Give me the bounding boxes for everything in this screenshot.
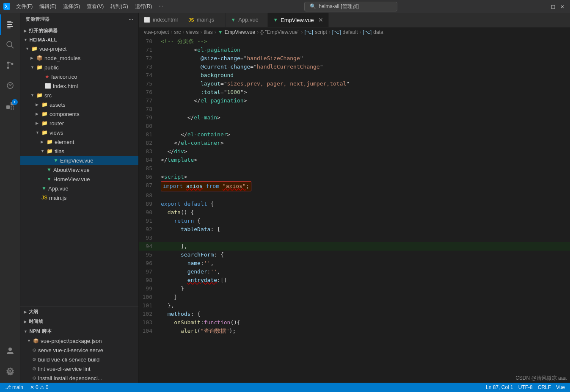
line-content[interactable]: </el-pagination> (159, 97, 570, 105)
line-content[interactable]: @size-change="handleSizeChange" (159, 54, 570, 63)
tree-item-homeview[interactable]: ▼ HomeView.vue (20, 174, 138, 184)
line-content[interactable]: name:'', (159, 259, 570, 268)
line-content[interactable]: tableData: [ (159, 225, 570, 234)
activity-source-control[interactable] (0, 55, 20, 75)
tree-item-main-js[interactable]: JS main.js (20, 193, 138, 202)
tree-item-index-html[interactable]: ⬜ index.html (20, 81, 138, 91)
bc-empview[interactable]: EmpView.vue (225, 29, 256, 35)
line-content[interactable]: </el-main> (159, 113, 570, 122)
menu-file[interactable]: 文件(F) (14, 2, 35, 11)
tab-close-button[interactable]: ✕ (318, 17, 323, 23)
status-errors[interactable]: ✕ 0 ⚠ 0 (28, 384, 50, 390)
bc-vue-project[interactable]: vue-project (144, 29, 169, 35)
tree-item-router[interactable]: ▶ 📁 router (20, 119, 138, 128)
line-content[interactable]: export default { (159, 200, 570, 208)
npm-script-lint[interactable]: ⚙ lint vue-cli-service lint (20, 364, 138, 373)
tree-item-public[interactable]: ▼ 📁 public (20, 63, 138, 72)
activity-settings[interactable] (0, 361, 20, 381)
tree-item-tlias[interactable]: ▼ 📁 tlias (20, 146, 138, 156)
bc-data[interactable]: data (373, 29, 383, 35)
minimize-button[interactable]: — (540, 2, 548, 11)
npm-script-install[interactable]: ⚙ install install dependenci... (20, 373, 138, 383)
tree-item-components[interactable]: ▶ 📁 components (20, 109, 138, 119)
status-branch[interactable]: ⎇ main (3, 384, 25, 390)
tab-index-html[interactable]: ⬜ index.html (139, 13, 183, 27)
status-language[interactable]: Vue (554, 384, 567, 390)
line-content[interactable] (159, 105, 570, 113)
tree-item-favicon[interactable]: ★ favicon.ico (20, 72, 138, 81)
line-content[interactable]: import axios from "axios"; (159, 181, 570, 191)
tree-item-vue-project[interactable]: ▼ 📁 vue-project (20, 44, 138, 53)
line-content[interactable]: background (159, 71, 570, 80)
line-content[interactable]: <!-- 分页条 --> (159, 37, 570, 46)
status-position[interactable]: Ln 87, Col 1 (484, 384, 515, 390)
line-content[interactable]: </div> (159, 147, 570, 156)
line-content[interactable]: </el-container> (159, 139, 570, 147)
more-icon[interactable]: ··· (129, 17, 133, 22)
status-line-ending[interactable]: CRLF (536, 384, 553, 390)
activity-explorer[interactable] (0, 14, 20, 35)
line-content[interactable] (159, 164, 570, 173)
outline-section[interactable]: ▶ 大纲 (20, 307, 138, 317)
activity-search[interactable] (0, 35, 20, 55)
line-content[interactable] (159, 122, 570, 130)
line-content[interactable]: <el-pagination (159, 46, 570, 54)
bc-default[interactable]: default (343, 29, 358, 35)
tree-item-assets[interactable]: ▶ 📁 assets (20, 100, 138, 109)
bc-script[interactable]: script (315, 29, 327, 35)
line-content[interactable]: methods: { (159, 310, 570, 318)
tab-main-js[interactable]: JS main.js (183, 13, 226, 27)
search-bar[interactable]: 🔍 heima-all [管理员] (304, 2, 397, 11)
menu-goto[interactable]: 转到(G) (108, 2, 130, 11)
line-content[interactable]: :total="1000"> (159, 88, 570, 97)
line-content[interactable]: alert("查询数据"); (159, 327, 570, 335)
line-content[interactable]: } (159, 293, 570, 301)
tree-item-src[interactable]: ▼ 📁 src (20, 91, 138, 100)
activity-account[interactable] (0, 340, 20, 361)
line-content[interactable]: }, (159, 301, 570, 310)
tree-item-empview[interactable]: ▼ EmpView.vue (20, 156, 138, 165)
tree-item-element[interactable]: ▶ 📁 element (20, 137, 138, 146)
open-editors-section[interactable]: ▶ 打开的编辑器 (20, 26, 138, 36)
line-content[interactable]: gender:'', (159, 268, 570, 276)
code-editor[interactable]: 70 <!-- 分页条 --> 71 <el-pagination 72 @si… (139, 37, 570, 383)
tab-app-vue[interactable]: ▼ App.vue (226, 13, 268, 27)
close-button[interactable]: ✕ (558, 2, 567, 11)
window-controls[interactable]: — □ ✕ (540, 2, 567, 11)
line-content[interactable] (159, 191, 570, 200)
line-content[interactable]: onSubmit:function(){ (159, 318, 570, 327)
tree-item-node-modules[interactable]: ▶ 📦 node_modules (20, 53, 138, 63)
line-content[interactable]: return { (159, 217, 570, 225)
line-content[interactable]: entrydate:[] (159, 276, 570, 284)
bc-tlias[interactable]: tlias (204, 29, 212, 35)
tree-item-views[interactable]: ▼ 📁 views (20, 128, 138, 137)
npm-script-serve[interactable]: ⚙ serve vue-cli-service serve (20, 345, 138, 355)
menu-select[interactable]: 选择(S) (61, 2, 83, 11)
line-content[interactable]: } (159, 284, 570, 293)
menu-more[interactable]: ··· (156, 2, 165, 11)
line-content[interactable]: searchForm: { (159, 251, 570, 259)
line-content[interactable]: data() { (159, 208, 570, 217)
line-content[interactable]: </el-container> (159, 130, 570, 139)
npm-section[interactable]: ▼ NPM 脚本 (20, 326, 138, 336)
menu-run[interactable]: 运行(R) (132, 2, 155, 11)
line-content[interactable]: @current-change="handleCurrentChange" (159, 63, 570, 71)
bc-views[interactable]: views (186, 29, 198, 35)
tab-empview-vue[interactable]: ▼ EmpView.vue ✕ (268, 13, 328, 27)
menu-view[interactable]: 查看(V) (84, 2, 106, 11)
activity-debug[interactable] (0, 75, 20, 96)
line-content[interactable]: <script> (159, 173, 570, 181)
menu-bar[interactable]: 文件(F) 编辑(E) 选择(S) 查看(V) 转到(G) 运行(R) ··· (14, 2, 165, 11)
line-content[interactable]: </template> (159, 156, 570, 164)
bc-src[interactable]: src (174, 29, 181, 35)
npm-package[interactable]: ▼ 📦 vue-project\package.json (20, 336, 138, 345)
maximize-button[interactable]: □ (549, 2, 557, 11)
activity-extensions[interactable]: 1 (0, 96, 20, 116)
timeline-section[interactable]: ▶ 时间线 (20, 317, 138, 326)
tree-item-app-vue[interactable]: ▼ App.vue (20, 184, 138, 193)
menu-edit[interactable]: 编辑(E) (37, 2, 59, 11)
npm-script-build[interactable]: ⚙ build vue-cli-service build (20, 355, 138, 364)
line-content[interactable] (159, 234, 570, 242)
project-section[interactable]: ▼ HEIMA-ALL (20, 36, 138, 44)
tree-item-aboutview[interactable]: ▼ AboutView.vue (20, 165, 138, 174)
